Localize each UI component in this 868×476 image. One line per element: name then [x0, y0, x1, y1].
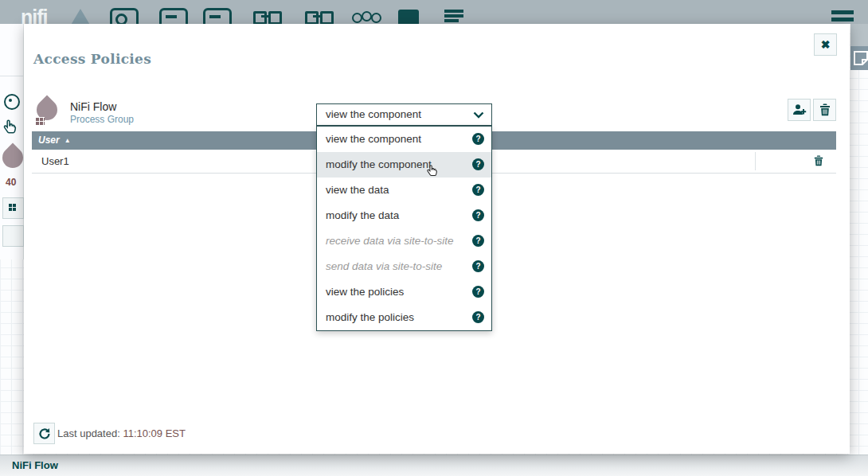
breadcrumb-bar: NiFi Flow	[0, 455, 868, 476]
input-port-icon[interactable]	[159, 8, 188, 24]
label-icon[interactable]	[398, 10, 419, 24]
processor-dot	[115, 14, 127, 24]
nifi-logo: nifi	[21, 6, 48, 24]
refresh-icon	[38, 427, 51, 440]
operate-config-button[interactable]	[2, 197, 24, 219]
trash-icon	[819, 103, 831, 116]
trash-icon	[814, 155, 823, 166]
close-button[interactable]: ✖	[814, 33, 837, 56]
operate-action-button[interactable]	[2, 225, 24, 247]
port-bar	[166, 15, 177, 18]
option-label: receive data via site-to-site	[326, 228, 454, 254]
navigate-icon[interactable]	[4, 94, 20, 110]
global-menu-icon[interactable]	[831, 10, 854, 24]
last-updated: Last updated: 11:10:09 EST	[57, 427, 186, 439]
grid-glyph	[8, 203, 17, 212]
option-receive-data-via-site-to-site: receive data via site-to-site ?	[317, 228, 491, 254]
policy-select[interactable]: view the component	[316, 103, 492, 126]
template-icon[interactable]	[444, 10, 468, 24]
pg-node	[253, 11, 267, 24]
remote-process-group-icon[interactable]	[305, 11, 334, 22]
palette-partial-text: 40	[6, 177, 16, 188]
pg-node	[268, 11, 282, 24]
policy-component-type: Process Group	[70, 114, 134, 125]
add-user-button[interactable]	[788, 99, 811, 121]
port-bar	[209, 15, 221, 18]
nifi-app: nifi 40 NiFi Flow Access Policies ✖	[0, 0, 868, 476]
option-send-data-via-site-to-site: send data via site-to-site ?	[317, 254, 491, 279]
option-modify-the-data[interactable]: modify the data ?	[317, 203, 491, 228]
option-view-the-data[interactable]: view the data ?	[317, 178, 491, 203]
refresh-button[interactable]	[33, 423, 55, 444]
user-cell: User1	[41, 150, 69, 173]
help-icon[interactable]: ?	[472, 286, 484, 298]
user-column-label: User	[38, 135, 60, 146]
birdseye-tab[interactable]	[850, 46, 868, 70]
process-group-badge	[35, 117, 45, 125]
help-icon[interactable]: ?	[472, 184, 484, 196]
close-icon: ✖	[821, 38, 831, 51]
option-view-the-policies[interactable]: view the policies ?	[317, 279, 491, 305]
process-group-drop-icon	[34, 98, 61, 128]
sort-asc-icon: ▲	[65, 137, 71, 144]
funnel-icon[interactable]	[352, 11, 384, 22]
option-label: view the policies	[326, 279, 404, 305]
right-backdrop	[850, 24, 868, 46]
page-title: Access Policies	[33, 51, 151, 67]
help-icon[interactable]: ?	[472, 158, 484, 170]
add-user-icon	[792, 103, 807, 116]
mouse-cursor-icon	[425, 162, 440, 179]
option-modify-the-component[interactable]: modify the component ?	[317, 152, 491, 178]
policy-options-list: view the component ? modify the componen…	[316, 126, 492, 331]
policy-select-value: view the component	[326, 104, 421, 125]
help-icon[interactable]: ?	[472, 133, 484, 145]
left-palette: 40	[0, 24, 24, 259]
option-label: modify the policies	[326, 305, 414, 330]
option-label: view the component	[326, 127, 421, 152]
option-label: modify the data	[326, 203, 399, 228]
option-label: modify the component	[326, 152, 432, 178]
remove-user-button[interactable]	[814, 155, 823, 170]
option-modify-the-policies[interactable]: modify the policies ?	[317, 305, 491, 330]
note-icon	[853, 50, 868, 66]
processor-icon[interactable]	[110, 8, 139, 24]
rpg-node	[305, 11, 319, 24]
process-group-icon[interactable]	[253, 11, 282, 22]
help-icon[interactable]: ?	[472, 209, 484, 221]
policy-component-name: NiFi Flow	[70, 100, 116, 113]
chevron-down-icon	[473, 111, 484, 119]
option-view-the-component[interactable]: view the component ?	[317, 127, 491, 152]
option-label: view the data	[326, 178, 389, 203]
help-icon[interactable]: ?	[472, 235, 484, 247]
output-port-icon[interactable]	[203, 8, 232, 24]
help-icon[interactable]: ?	[472, 260, 484, 272]
cell-divider	[755, 152, 756, 170]
pan-hand-icon[interactable]	[2, 118, 20, 136]
palette-divider	[0, 76, 23, 76]
last-updated-value: 11:10:09 EST	[123, 427, 186, 439]
nifi-logo-drop-icon	[70, 9, 91, 24]
last-updated-label: Last updated:	[57, 427, 120, 439]
rpg-node	[320, 11, 334, 24]
delete-policy-button[interactable]	[813, 99, 836, 121]
help-icon[interactable]: ?	[472, 311, 484, 323]
breadcrumb[interactable]: NiFi Flow	[12, 459, 58, 471]
toolbar: nifi	[0, 0, 868, 24]
option-label: send data via site-to-site	[326, 254, 442, 279]
